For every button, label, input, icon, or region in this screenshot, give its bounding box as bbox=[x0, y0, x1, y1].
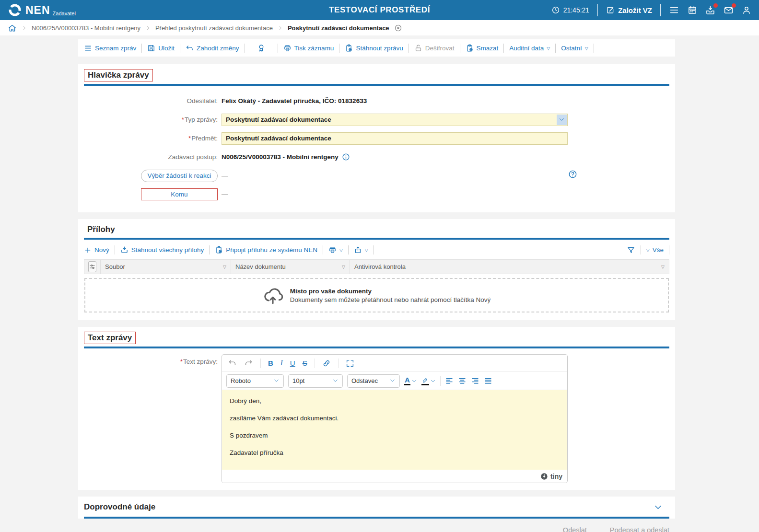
tinymce-logo-icon bbox=[540, 473, 548, 480]
new-attachment-button[interactable]: Nový bbox=[84, 246, 109, 254]
logo-text: NEN bbox=[25, 3, 50, 17]
procedure-info-button[interactable] bbox=[342, 153, 350, 161]
audit-data-dropdown[interactable]: Auditní data ▽ bbox=[509, 45, 550, 52]
breadcrumb: N006/25/V00003783 - Mobilní rentgeny Pře… bbox=[0, 20, 759, 35]
filter-all-dropdown[interactable]: ▽ Vše bbox=[646, 246, 664, 254]
italic-button[interactable]: I bbox=[280, 359, 283, 367]
font-family-select[interactable]: Roboto bbox=[226, 374, 284, 388]
help-button[interactable] bbox=[568, 170, 577, 179]
breadcrumb-item-procedure[interactable]: N006/25/V00003783 - Mobilní rentgeny bbox=[32, 24, 140, 32]
certificate-ribbon-icon bbox=[257, 44, 266, 52]
chevron-down-icon bbox=[430, 378, 436, 384]
editor-toolbar-row1: B I U S bbox=[222, 355, 567, 372]
column-filter-triangle-icon[interactable]: ▽ bbox=[223, 265, 226, 269]
header-separator bbox=[597, 4, 598, 16]
print-record-button[interactable]: Tisk záznamu bbox=[283, 44, 334, 52]
recipients-value: — bbox=[222, 191, 228, 198]
printer-icon bbox=[328, 246, 337, 254]
other-dropdown[interactable]: Ostatní ▽ bbox=[561, 45, 588, 52]
main-menu-button[interactable] bbox=[669, 5, 679, 15]
text-color-button[interactable]: A bbox=[404, 376, 417, 386]
funnel-icon bbox=[627, 246, 635, 254]
editor-toolbar-row2: Roboto 10pt Odstavec A bbox=[222, 372, 567, 390]
strikethrough-button[interactable]: S bbox=[303, 359, 307, 367]
attachments-section: Přílohy Nový Stáhnout všechny přílohy Př… bbox=[78, 219, 675, 320]
form-row-sender: Odesílatel: Felix Okátý - Zadavatel přír… bbox=[84, 92, 669, 110]
paragraph-format-select[interactable]: Odstavec bbox=[347, 374, 400, 388]
bold-button[interactable]: B bbox=[268, 359, 273, 367]
column-settings-button[interactable] bbox=[88, 261, 96, 272]
nen-logo[interactable]: NEN Zadavatel bbox=[8, 3, 76, 17]
sliders-icon bbox=[89, 263, 96, 270]
subject-input[interactable] bbox=[222, 132, 568, 145]
messages-button[interactable] bbox=[724, 5, 734, 15]
select-requests-button[interactable]: Výběr žádostí k reakci bbox=[141, 170, 218, 182]
list-icon bbox=[84, 44, 92, 52]
save-button[interactable]: Uložit bbox=[147, 44, 175, 52]
expand-section-button[interactable] bbox=[654, 503, 669, 512]
downloads-notification-badge bbox=[713, 3, 718, 8]
message-list-button[interactable]: Seznam zpráv bbox=[84, 44, 136, 52]
send-button[interactable]: Odeslat bbox=[563, 526, 587, 532]
clipboard-icon bbox=[345, 44, 353, 52]
underline-button[interactable]: U bbox=[290, 359, 295, 367]
footer-actions: Odeslat Podepsat a odeslat bbox=[78, 519, 675, 532]
filter-button[interactable] bbox=[627, 246, 635, 254]
align-center-button[interactable] bbox=[458, 377, 467, 385]
undo-button[interactable] bbox=[228, 359, 237, 368]
top-header-bar: NEN Zadavatel TESTOVACÍ PROSTŘEDÍ 21:45:… bbox=[0, 0, 759, 20]
breadcrumb-item-overview[interactable]: Přehled poskytnutí zadávací dokumentace bbox=[155, 24, 273, 32]
align-right-button[interactable] bbox=[471, 377, 479, 385]
column-header-soubor[interactable]: Soubor ▽ bbox=[101, 260, 231, 274]
sign-and-send-button[interactable]: Podepsat a odeslat bbox=[610, 526, 669, 532]
request-selection-value: — bbox=[222, 172, 228, 179]
fullscreen-button[interactable] bbox=[346, 359, 354, 368]
close-tab-button[interactable] bbox=[394, 24, 402, 32]
column-header-nazev[interactable]: Název dokumentu ▽ bbox=[231, 260, 350, 274]
highlight-color-button[interactable] bbox=[421, 377, 436, 385]
question-circle-icon bbox=[568, 170, 577, 179]
column-filter-triangle-icon[interactable]: ▽ bbox=[661, 265, 665, 269]
profile-button[interactable] bbox=[742, 5, 751, 15]
message-body-editable[interactable]: Dobrý den, zasíláme Vám zadávací dokumen… bbox=[222, 390, 567, 470]
column-filter-triangle-icon[interactable]: ▽ bbox=[342, 265, 345, 269]
form-row-recipients: Komu — bbox=[84, 185, 669, 204]
attach-from-nen-button[interactable]: Připojit přílohu ze systému NEN bbox=[215, 246, 317, 254]
download-all-attachments-button[interactable]: Stáhnout všechny přílohy bbox=[120, 246, 204, 254]
calendar-button[interactable] bbox=[688, 5, 697, 15]
redo-button[interactable] bbox=[244, 359, 253, 368]
align-right-icon bbox=[471, 377, 479, 385]
align-left-button[interactable] bbox=[445, 377, 454, 385]
certificate-button[interactable] bbox=[250, 44, 272, 52]
downloads-button[interactable] bbox=[705, 5, 715, 15]
message-paragraph: S pozdravem bbox=[230, 432, 560, 439]
form-row-subject: *Předmět: bbox=[84, 129, 669, 148]
download-message-button[interactable]: Stáhnout zprávu bbox=[345, 44, 403, 52]
font-size-select[interactable]: 10pt bbox=[288, 374, 343, 388]
editor-statusbar: tiny bbox=[222, 470, 567, 483]
recipients-button[interactable]: Komu bbox=[141, 188, 218, 200]
calendar-icon bbox=[688, 5, 697, 15]
section-title-prilohy: Přílohy bbox=[84, 224, 118, 235]
attachments-dropzone[interactable]: Místo pro vaše dokumenty Dokumenty sem m… bbox=[84, 278, 669, 312]
subject-label: *Předmět: bbox=[84, 135, 222, 142]
align-justify-icon bbox=[484, 377, 492, 385]
delete-button[interactable]: Smazat bbox=[466, 44, 499, 52]
select-chevron-button[interactable] bbox=[557, 115, 567, 125]
highlighter-icon bbox=[421, 377, 429, 385]
messages-notification-badge bbox=[732, 3, 736, 8]
print-attachments-dropdown[interactable]: ▽ bbox=[328, 246, 343, 254]
nen-logo-icon bbox=[8, 3, 22, 17]
create-vz-button[interactable]: Založit VZ bbox=[606, 6, 652, 14]
home-button[interactable] bbox=[8, 23, 17, 33]
column-header-antivir[interactable]: Antivirová kontrola ▽ bbox=[350, 260, 669, 274]
align-justify-button[interactable] bbox=[484, 377, 492, 385]
dropdown-triangle-icon: ▽ bbox=[547, 46, 550, 51]
chevron-down-icon bbox=[559, 116, 565, 123]
discard-changes-button[interactable]: Zahodit změny bbox=[186, 44, 239, 52]
clipboard-icon bbox=[215, 246, 223, 254]
export-attachments-dropdown[interactable]: ▽ bbox=[354, 246, 368, 254]
message-type-select[interactable]: Poskytnutí zadávací dokumentace bbox=[222, 114, 568, 126]
attachments-toolbar: Nový Stáhnout všechny přílohy Připojit p… bbox=[84, 240, 669, 259]
insert-link-button[interactable] bbox=[322, 359, 331, 368]
